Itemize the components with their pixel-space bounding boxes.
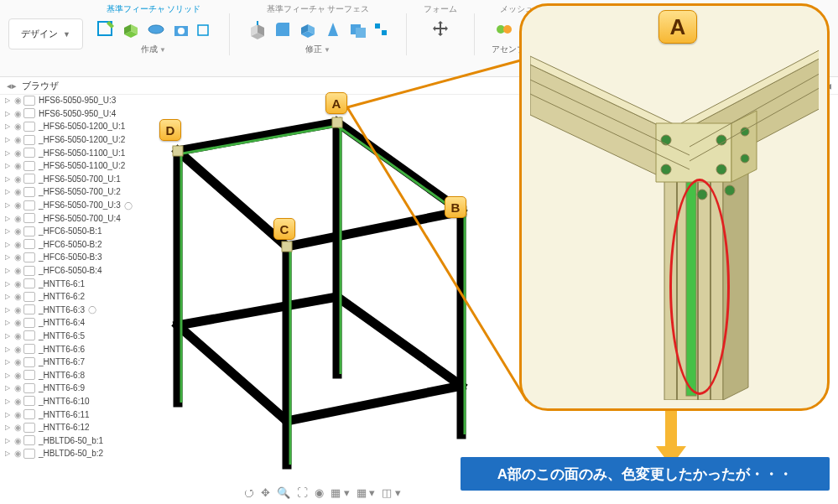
visibility-icon[interactable]: ◉ xyxy=(12,292,23,301)
browser-nav-icon[interactable]: ◂▸ xyxy=(7,81,17,91)
tree-item-label: _HNTT6-6:12 xyxy=(39,423,90,432)
twisty-icon[interactable]: ▷ xyxy=(3,149,12,157)
visibility-icon[interactable]: ◉ xyxy=(12,345,23,354)
draft-icon[interactable] xyxy=(322,18,344,40)
visibility-icon[interactable]: ◉ xyxy=(12,240,23,249)
visibility-icon[interactable]: ◉ xyxy=(12,148,23,158)
model-3d-frame[interactable] xyxy=(143,101,503,470)
twisty-icon[interactable]: ▷ xyxy=(3,253,12,261)
extrude-icon[interactable] xyxy=(120,18,142,40)
sketch-icon[interactable] xyxy=(95,18,117,40)
twisty-icon[interactable]: ▷ xyxy=(3,319,12,326)
twisty-icon[interactable]: ▷ xyxy=(3,162,12,169)
visibility-icon[interactable]: ◉ xyxy=(12,122,23,131)
viewport[interactable]: A B C D xyxy=(134,84,528,495)
visibility-icon[interactable]: ◉ xyxy=(12,252,23,262)
visibility-icon[interactable]: ◉ xyxy=(12,96,23,105)
tree-item-label: _HFS6-5050-700_U:2 xyxy=(39,187,121,196)
box-icon[interactable] xyxy=(195,21,212,38)
pan-icon[interactable]: ✥ xyxy=(261,486,270,499)
visibility-icon[interactable]: ◉ xyxy=(12,200,23,210)
twisty-icon[interactable]: ▷ xyxy=(3,136,12,143)
orbit-icon[interactable]: ⭯ xyxy=(243,486,254,499)
visibility-icon[interactable]: ◉ xyxy=(12,449,23,458)
component-icon xyxy=(23,161,35,171)
twisty-icon[interactable]: ▷ xyxy=(3,306,12,314)
component-icon xyxy=(23,423,35,433)
visibility-icon[interactable]: ◉ xyxy=(12,436,23,445)
move-icon[interactable] xyxy=(429,18,451,40)
linked-ring-icon: ◯ xyxy=(88,305,96,314)
visibility-icon[interactable]: ◉ xyxy=(12,371,23,380)
visibility-icon[interactable]: ◉ xyxy=(12,135,23,144)
fillet-icon[interactable] xyxy=(272,18,294,40)
twisty-icon[interactable]: ▷ xyxy=(3,346,12,353)
badge-A-large: A xyxy=(658,10,697,44)
shell-icon[interactable] xyxy=(297,18,319,40)
twisty-icon[interactable]: ▷ xyxy=(3,267,12,274)
twisty-icon[interactable]: ▷ xyxy=(3,372,12,379)
visibility-icon[interactable]: ◉ xyxy=(12,214,23,223)
twisty-icon[interactable]: ▷ xyxy=(3,332,12,340)
visibility-icon[interactable]: ◉ xyxy=(12,305,23,314)
align-icon[interactable] xyxy=(372,21,389,38)
zoom-icon[interactable]: 🔍 xyxy=(277,486,290,499)
visibility-icon[interactable]: ◉ xyxy=(12,161,23,170)
visibility-icon[interactable]: ◉ xyxy=(12,174,23,184)
svg-line-25 xyxy=(337,297,461,386)
tree-item-label: _HFS6-5050-700_U:3 xyxy=(39,200,121,210)
grid-icon[interactable]: ▦ ▾ xyxy=(357,486,376,499)
tree-item-label: _HNTT6-6:5 xyxy=(39,331,85,340)
look-icon[interactable]: ◉ xyxy=(315,486,324,499)
tab-surface[interactable]: 基準フィーチャ サーフェス xyxy=(267,3,370,15)
twisty-icon[interactable]: ▷ xyxy=(3,397,12,405)
group-label-create[interactable]: 作成▼ xyxy=(141,44,166,55)
twisty-icon[interactable]: ▷ xyxy=(3,122,12,130)
twisty-icon[interactable]: ▷ xyxy=(3,384,12,392)
visibility-icon[interactable]: ◉ xyxy=(12,383,23,392)
joint-icon[interactable] xyxy=(493,18,515,40)
group-label-modify[interactable]: 修正▼ xyxy=(305,44,331,55)
hole-icon[interactable] xyxy=(170,18,192,40)
twisty-icon[interactable]: ▷ xyxy=(3,215,12,222)
twisty-icon[interactable]: ▷ xyxy=(3,188,12,195)
twisty-icon[interactable]: ▷ xyxy=(3,175,12,183)
visibility-icon[interactable]: ◉ xyxy=(12,423,23,432)
visibility-icon[interactable]: ◉ xyxy=(12,279,23,288)
visibility-icon[interactable]: ◉ xyxy=(12,318,23,327)
design-label: デザイン xyxy=(21,28,58,40)
twisty-icon[interactable]: ▷ xyxy=(3,358,12,366)
visibility-icon[interactable]: ◉ xyxy=(12,109,23,118)
twisty-icon[interactable]: ▷ xyxy=(3,227,12,235)
revolve-icon[interactable] xyxy=(145,18,167,40)
tree-item-label: _HBLTD6-50_b:2 xyxy=(39,449,103,458)
tree-item-label: _HNTT6-6:8 xyxy=(39,371,85,380)
visibility-icon[interactable]: ◉ xyxy=(12,410,23,419)
visibility-icon[interactable]: ◉ xyxy=(12,397,23,406)
display-icon[interactable]: ▦ ▾ xyxy=(331,486,350,499)
visibility-icon[interactable]: ◉ xyxy=(12,266,23,275)
svg-point-55 xyxy=(716,164,726,174)
twisty-icon[interactable]: ▷ xyxy=(3,241,12,248)
twisty-icon[interactable]: ▷ xyxy=(3,280,12,288)
twisty-icon[interactable]: ▷ xyxy=(3,110,12,117)
twisty-icon[interactable]: ▷ xyxy=(3,437,12,444)
twisty-icon[interactable]: ▷ xyxy=(3,449,12,457)
twisty-icon[interactable]: ▷ xyxy=(3,293,12,300)
viewport-icon[interactable]: ◫ ▾ xyxy=(382,486,401,499)
visibility-icon[interactable]: ◉ xyxy=(12,331,23,340)
combine-icon[interactable] xyxy=(347,18,369,40)
twisty-icon[interactable]: ▷ xyxy=(3,96,12,104)
visibility-icon[interactable]: ◉ xyxy=(12,226,23,236)
presspull-icon[interactable] xyxy=(247,18,268,40)
visibility-icon[interactable]: ◉ xyxy=(12,357,23,366)
tab-form[interactable]: フォーム xyxy=(424,3,457,15)
tab-solid[interactable]: 基準フィーチャ ソリッド xyxy=(107,3,201,15)
svg-rect-8 xyxy=(375,23,380,29)
twisty-icon[interactable]: ▷ xyxy=(3,411,12,418)
twisty-icon[interactable]: ▷ xyxy=(3,201,12,209)
visibility-icon[interactable]: ◉ xyxy=(12,187,23,196)
design-dropdown[interactable]: デザイン ▼ xyxy=(8,18,83,49)
fit-icon[interactable]: ⛶ xyxy=(297,486,308,499)
twisty-icon[interactable]: ▷ xyxy=(3,423,12,431)
